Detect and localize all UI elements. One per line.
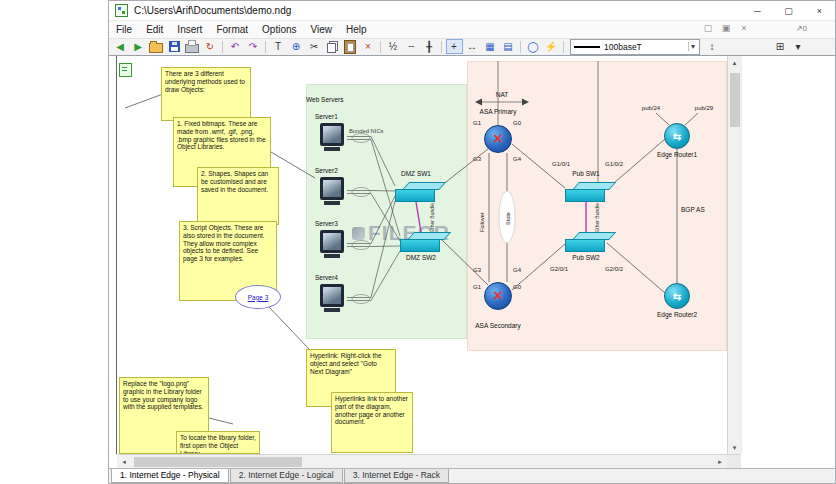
note-methods[interactable]: There are 3 different underlying methods… bbox=[161, 67, 251, 121]
window-cascade-icon[interactable]: ▣ bbox=[719, 23, 733, 33]
note-shapes[interactable]: 2. Shapes. Shapes can be customised and … bbox=[197, 167, 279, 225]
scale-button[interactable]: ½ bbox=[385, 39, 402, 54]
ruler-button[interactable]: ╂ bbox=[421, 39, 438, 54]
menu-help[interactable]: Help bbox=[339, 22, 374, 37]
toolbar-separator bbox=[520, 41, 521, 53]
menu-file[interactable]: File bbox=[109, 22, 139, 37]
grid-button[interactable]: ▦ bbox=[482, 39, 499, 54]
circle-tool-button[interactable]: ◯ bbox=[525, 39, 542, 54]
note-library[interactable]: To locate the library folder, first open… bbox=[176, 431, 260, 454]
refresh-button[interactable]: ↻ bbox=[202, 39, 219, 54]
horizontal-scroll-thumb[interactable] bbox=[134, 457, 302, 467]
server2-label: Server2 bbox=[315, 167, 338, 174]
crosshair-tool-button[interactable]: + bbox=[446, 39, 463, 54]
tab-internet-edge-logical[interactable]: 2. Internet Edge - Logical bbox=[230, 469, 343, 483]
server3-icon[interactable] bbox=[317, 230, 347, 261]
asa-primary-label: ASA Primary bbox=[458, 108, 538, 115]
work-area: FILECR bbox=[109, 56, 835, 454]
server1-label: Server1 bbox=[315, 113, 338, 120]
menu-options[interactable]: Options bbox=[255, 22, 303, 37]
open-button[interactable] bbox=[148, 39, 165, 54]
server1-icon[interactable] bbox=[317, 123, 347, 154]
server4-icon[interactable] bbox=[317, 284, 347, 315]
line-style-dropdown[interactable]: 100baseT ▾ bbox=[570, 39, 700, 55]
scroll-left-button[interactable]: ◂ bbox=[117, 455, 131, 468]
asa-secondary-label: ASA Secondary bbox=[458, 322, 538, 329]
paste-icon bbox=[344, 40, 356, 54]
window-close-icon[interactable]: × bbox=[737, 23, 751, 33]
page3-link[interactable]: Page 3 bbox=[235, 285, 281, 309]
scroll-down-button[interactable]: ▾ bbox=[728, 441, 742, 454]
asa2-port-g0: G0 bbox=[513, 284, 521, 290]
scroll-right-button[interactable]: ▸ bbox=[713, 455, 727, 468]
toolbar-separator bbox=[222, 41, 223, 53]
menu-format[interactable]: Format bbox=[209, 22, 255, 37]
paste-button[interactable] bbox=[342, 39, 359, 54]
menu-edit[interactable]: Edit bbox=[139, 22, 170, 37]
dmz-sw2-label: DMZ SW2 bbox=[396, 254, 446, 261]
toolbar-right-group: ⊞ ▾ bbox=[771, 39, 807, 54]
app-icon bbox=[115, 4, 128, 17]
menu-view[interactable]: View bbox=[304, 22, 340, 37]
text-tool-button[interactable]: T bbox=[270, 39, 287, 54]
web-servers-label: Web Servers bbox=[306, 96, 343, 103]
bonded-nics-label: Bonded NICs bbox=[349, 128, 383, 134]
undo-button[interactable]: ↶ bbox=[227, 39, 244, 54]
drawing-canvas[interactable]: FILECR bbox=[109, 56, 727, 454]
pub-sw1-port-g102: G1/0/2 bbox=[605, 161, 623, 167]
nat-label: NAT bbox=[489, 91, 515, 98]
minimize-button[interactable]: ─ bbox=[742, 1, 773, 20]
back-button[interactable]: ◀ bbox=[112, 39, 129, 54]
cut-button[interactable]: ✂ bbox=[306, 39, 323, 54]
maximize-button[interactable]: ▢ bbox=[773, 1, 804, 20]
tab-internet-edge-rack[interactable]: 3. Internet Edge - Rack bbox=[344, 469, 449, 483]
toolbar-separator bbox=[563, 41, 564, 53]
toolbar-separator bbox=[265, 41, 266, 53]
horizontal-scrollbar[interactable]: ◂ ▸ bbox=[117, 454, 727, 468]
page-marker-icon bbox=[119, 63, 132, 77]
scroll-up-button[interactable]: ▴ bbox=[728, 56, 742, 69]
redo-button[interactable]: ↷ bbox=[245, 39, 262, 54]
layout-chevron-icon[interactable]: ▾ bbox=[790, 39, 807, 54]
globe-button[interactable]: ⊕ bbox=[288, 39, 305, 54]
snap-grid-button[interactable]: ▤ bbox=[500, 39, 517, 54]
asa-primary-icon[interactable] bbox=[484, 125, 512, 153]
note-hyperlinks-link[interactable]: Hyperlinks link to another part of the d… bbox=[331, 392, 413, 453]
vertical-scroll-thumb[interactable] bbox=[730, 73, 740, 127]
pub-sw1-icon[interactable] bbox=[565, 182, 611, 204]
asa-secondary-icon[interactable] bbox=[484, 282, 512, 310]
server2-icon[interactable] bbox=[317, 177, 347, 208]
screenshot: C:\Users\Arif\Documents\demo.ndg ─ ▢ × F… bbox=[0, 0, 836, 484]
save-button[interactable] bbox=[166, 39, 183, 54]
menu-insert[interactable]: Insert bbox=[170, 22, 209, 37]
bgp-as-label: BGP AS bbox=[681, 206, 705, 213]
bolt-tool-button[interactable]: ⚡ bbox=[543, 39, 560, 54]
edge-router2-icon[interactable] bbox=[664, 283, 690, 309]
watermark-logo-icon bbox=[352, 227, 365, 240]
pub-sw2-icon[interactable] bbox=[565, 232, 611, 254]
line-style-value: 100baseT bbox=[604, 42, 688, 52]
server3-label: Server3 bbox=[315, 220, 338, 227]
mdi-window-controls: ▢ ▣ × bbox=[701, 23, 751, 33]
page-margin-line bbox=[116, 56, 117, 454]
vertical-scrollbar[interactable]: ▴ ▾ bbox=[727, 56, 741, 454]
print-button[interactable] bbox=[184, 39, 201, 54]
pub-sw2-port-g201: G2/0/1 bbox=[550, 266, 568, 272]
asa1-port-g0: G0 bbox=[513, 120, 521, 126]
edge-router1-icon[interactable] bbox=[664, 123, 690, 149]
delete-button[interactable]: × bbox=[360, 39, 377, 54]
dmz-sw2-icon[interactable] bbox=[400, 232, 446, 254]
forward-button[interactable]: ▶ bbox=[130, 39, 147, 54]
copy-button[interactable] bbox=[324, 39, 341, 54]
tab-internet-edge-physical[interactable]: 1. Internet Edge - Physical bbox=[111, 469, 229, 483]
page-layout-button[interactable]: ⊞ bbox=[772, 39, 789, 54]
window-tile-icon[interactable]: ▢ bbox=[701, 23, 715, 33]
move-tool-button[interactable]: ↔ bbox=[464, 39, 481, 54]
dash-style-button[interactable]: ╌ bbox=[403, 39, 420, 54]
printer-icon bbox=[185, 44, 199, 53]
router1-port-pub29: pub/29 bbox=[686, 105, 722, 111]
connector-tool-button[interactable]: ↕ bbox=[704, 39, 721, 54]
dmz-sw1-icon[interactable] bbox=[395, 182, 441, 204]
close-button[interactable]: × bbox=[804, 1, 835, 20]
dmz-sw1-label: DMZ SW1 bbox=[391, 170, 441, 177]
